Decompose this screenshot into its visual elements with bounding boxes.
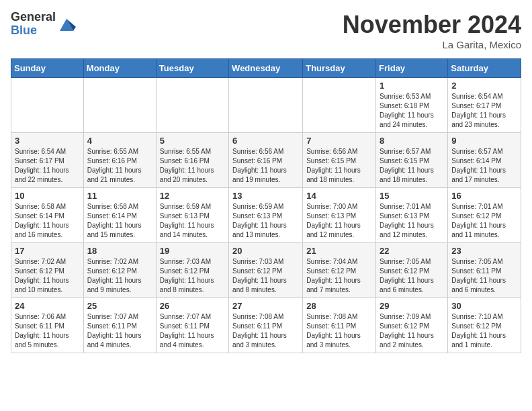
calendar-week-3: 17Sunrise: 7:02 AM Sunset: 6:12 PM Dayli…: [11, 243, 521, 298]
day-info: Sunrise: 7:04 AM Sunset: 6:12 PM Dayligh…: [306, 257, 372, 295]
day-number: 22: [380, 246, 444, 256]
day-number: 21: [306, 246, 372, 256]
calendar-cell: [303, 78, 376, 133]
calendar-cell: 16Sunrise: 7:01 AM Sunset: 6:12 PM Dayli…: [448, 188, 521, 243]
day-number: 3: [15, 136, 80, 146]
day-number: 14: [306, 191, 372, 201]
calendar-cell: 29Sunrise: 7:09 AM Sunset: 6:12 PM Dayli…: [376, 298, 448, 353]
day-info: Sunrise: 6:59 AM Sunset: 6:13 PM Dayligh…: [160, 202, 225, 240]
day-number: 25: [87, 301, 152, 311]
day-info: Sunrise: 6:56 AM Sunset: 6:15 PM Dayligh…: [306, 147, 372, 185]
day-info: Sunrise: 7:08 AM Sunset: 6:11 PM Dayligh…: [232, 312, 299, 350]
day-info: Sunrise: 6:58 AM Sunset: 6:14 PM Dayligh…: [87, 202, 152, 240]
day-info: Sunrise: 7:00 AM Sunset: 6:13 PM Dayligh…: [306, 202, 372, 240]
calendar-week-0: 1Sunrise: 6:53 AM Sunset: 6:18 PM Daylig…: [11, 78, 521, 133]
logo-icon: [57, 15, 76, 34]
day-info: Sunrise: 7:06 AM Sunset: 6:11 PM Dayligh…: [15, 312, 80, 350]
day-info: Sunrise: 7:05 AM Sunset: 6:12 PM Dayligh…: [380, 257, 444, 295]
day-info: Sunrise: 6:59 AM Sunset: 6:13 PM Dayligh…: [232, 202, 299, 240]
day-number: 10: [15, 191, 80, 201]
day-number: 7: [306, 136, 372, 146]
day-info: Sunrise: 7:03 AM Sunset: 6:12 PM Dayligh…: [160, 257, 225, 295]
header-saturday: Saturday: [448, 59, 521, 78]
day-number: 12: [160, 191, 225, 201]
day-number: 6: [232, 136, 299, 146]
day-number: 19: [160, 246, 225, 256]
day-number: 13: [232, 191, 299, 201]
header-monday: Monday: [83, 59, 156, 78]
day-number: 2: [451, 81, 517, 91]
day-info: Sunrise: 6:54 AM Sunset: 6:17 PM Dayligh…: [15, 147, 80, 185]
month-title: November 2024: [343, 11, 521, 39]
calendar-cell: 19Sunrise: 7:03 AM Sunset: 6:12 PM Dayli…: [156, 243, 228, 298]
logo-blue: Blue: [11, 24, 56, 38]
calendar: Sunday Monday Tuesday Wednesday Thursday…: [11, 58, 521, 353]
calendar-cell: [83, 78, 156, 133]
calendar-cell: 14Sunrise: 7:00 AM Sunset: 6:13 PM Dayli…: [303, 188, 376, 243]
day-number: 23: [451, 246, 517, 256]
day-info: Sunrise: 7:10 AM Sunset: 6:12 PM Dayligh…: [451, 312, 517, 350]
calendar-cell: 2Sunrise: 6:54 AM Sunset: 6:17 PM Daylig…: [448, 78, 521, 133]
calendar-cell: 27Sunrise: 7:08 AM Sunset: 6:11 PM Dayli…: [229, 298, 303, 353]
day-info: Sunrise: 6:53 AM Sunset: 6:18 PM Dayligh…: [380, 92, 444, 130]
day-info: Sunrise: 7:07 AM Sunset: 6:11 PM Dayligh…: [87, 312, 152, 350]
calendar-cell: [229, 78, 303, 133]
day-number: 27: [232, 301, 299, 311]
calendar-cell: 8Sunrise: 6:57 AM Sunset: 6:15 PM Daylig…: [376, 133, 448, 188]
logo: General Blue: [11, 11, 76, 38]
calendar-cell: 12Sunrise: 6:59 AM Sunset: 6:13 PM Dayli…: [156, 188, 228, 243]
day-info: Sunrise: 7:01 AM Sunset: 6:12 PM Dayligh…: [451, 202, 517, 240]
calendar-header: Sunday Monday Tuesday Wednesday Thursday…: [11, 59, 521, 78]
calendar-cell: 7Sunrise: 6:56 AM Sunset: 6:15 PM Daylig…: [303, 133, 376, 188]
day-number: 9: [451, 136, 517, 146]
day-info: Sunrise: 7:09 AM Sunset: 6:12 PM Dayligh…: [380, 312, 444, 350]
calendar-cell: 15Sunrise: 7:01 AM Sunset: 6:13 PM Dayli…: [376, 188, 448, 243]
calendar-cell: 30Sunrise: 7:10 AM Sunset: 6:12 PM Dayli…: [448, 298, 521, 353]
day-number: 11: [87, 191, 152, 201]
calendar-cell: [11, 78, 84, 133]
day-number: 20: [232, 246, 299, 256]
day-number: 26: [160, 301, 225, 311]
day-info: Sunrise: 7:07 AM Sunset: 6:11 PM Dayligh…: [160, 312, 225, 350]
day-number: 4: [87, 136, 152, 146]
title-area: November 2024 La Garita, Mexico: [343, 11, 521, 50]
calendar-body: 1Sunrise: 6:53 AM Sunset: 6:18 PM Daylig…: [11, 78, 521, 353]
day-info: Sunrise: 6:57 AM Sunset: 6:14 PM Dayligh…: [451, 147, 517, 185]
calendar-cell: 1Sunrise: 6:53 AM Sunset: 6:18 PM Daylig…: [376, 78, 448, 133]
day-info: Sunrise: 7:02 AM Sunset: 6:12 PM Dayligh…: [15, 257, 80, 295]
calendar-cell: 24Sunrise: 7:06 AM Sunset: 6:11 PM Dayli…: [11, 298, 84, 353]
calendar-cell: 20Sunrise: 7:03 AM Sunset: 6:12 PM Dayli…: [229, 243, 303, 298]
calendar-cell: 5Sunrise: 6:55 AM Sunset: 6:16 PM Daylig…: [156, 133, 228, 188]
calendar-cell: 4Sunrise: 6:55 AM Sunset: 6:16 PM Daylig…: [83, 133, 156, 188]
calendar-week-4: 24Sunrise: 7:06 AM Sunset: 6:11 PM Dayli…: [11, 298, 521, 353]
calendar-cell: 28Sunrise: 7:08 AM Sunset: 6:11 PM Dayli…: [303, 298, 376, 353]
day-number: 29: [380, 301, 444, 311]
day-info: Sunrise: 6:55 AM Sunset: 6:16 PM Dayligh…: [160, 147, 225, 185]
day-number: 1: [380, 81, 444, 91]
day-number: 24: [15, 301, 80, 311]
day-info: Sunrise: 7:02 AM Sunset: 6:12 PM Dayligh…: [87, 257, 152, 295]
day-info: Sunrise: 6:55 AM Sunset: 6:16 PM Dayligh…: [87, 147, 152, 185]
calendar-cell: 10Sunrise: 6:58 AM Sunset: 6:14 PM Dayli…: [11, 188, 84, 243]
calendar-cell: [156, 78, 228, 133]
calendar-cell: 18Sunrise: 7:02 AM Sunset: 6:12 PM Dayli…: [83, 243, 156, 298]
calendar-cell: 26Sunrise: 7:07 AM Sunset: 6:11 PM Dayli…: [156, 298, 228, 353]
day-number: 30: [451, 301, 517, 311]
calendar-cell: 11Sunrise: 6:58 AM Sunset: 6:14 PM Dayli…: [83, 188, 156, 243]
logo-general: General: [11, 11, 56, 24]
calendar-cell: 25Sunrise: 7:07 AM Sunset: 6:11 PM Dayli…: [83, 298, 156, 353]
header-tuesday: Tuesday: [156, 59, 228, 78]
calendar-cell: 21Sunrise: 7:04 AM Sunset: 6:12 PM Dayli…: [303, 243, 376, 298]
calendar-cell: 13Sunrise: 6:59 AM Sunset: 6:13 PM Dayli…: [229, 188, 303, 243]
calendar-cell: 17Sunrise: 7:02 AM Sunset: 6:12 PM Dayli…: [11, 243, 84, 298]
day-info: Sunrise: 6:58 AM Sunset: 6:14 PM Dayligh…: [15, 202, 80, 240]
day-info: Sunrise: 7:01 AM Sunset: 6:13 PM Dayligh…: [380, 202, 444, 240]
location: La Garita, Mexico: [343, 39, 521, 50]
calendar-cell: 3Sunrise: 6:54 AM Sunset: 6:17 PM Daylig…: [11, 133, 84, 188]
header-friday: Friday: [376, 59, 448, 78]
header-thursday: Thursday: [303, 59, 376, 78]
day-number: 8: [380, 136, 444, 146]
day-number: 28: [306, 301, 372, 311]
day-number: 15: [380, 191, 444, 201]
calendar-week-2: 10Sunrise: 6:58 AM Sunset: 6:14 PM Dayli…: [11, 188, 521, 243]
